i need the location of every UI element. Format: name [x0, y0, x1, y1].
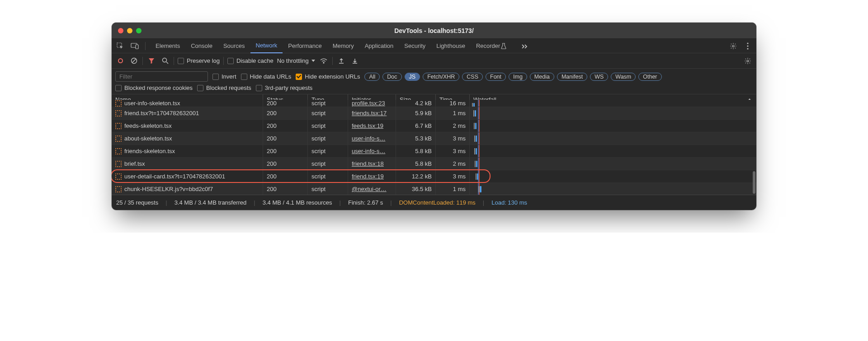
filter-bar: Invert Hide data URLs Hide extension URL… — [112, 69, 756, 94]
tab-elements[interactable]: Elements — [150, 39, 185, 53]
filter-pill-wasm[interactable]: Wasm — [611, 73, 636, 81]
table-row[interactable]: friend.tsx?t=1704782632001200scriptfrien… — [112, 107, 756, 120]
filter-pill-manifest[interactable]: Manifest — [557, 73, 587, 81]
search-icon[interactable] — [160, 56, 170, 66]
cell-type: script — [308, 170, 348, 182]
summary-resources: 3.4 MB / 4.1 MB resources — [263, 199, 332, 206]
hide-data-urls-label: Hide data URLs — [250, 73, 292, 80]
tab-network[interactable]: Network — [250, 39, 283, 53]
filter-pill-font[interactable]: Font — [486, 73, 506, 81]
table-row[interactable]: user-detail-card.tsx?t=1704782632001200s… — [112, 170, 756, 183]
cell-initiator[interactable]: user-info-s… — [352, 135, 385, 142]
summary-dcl: DOMContentLoaded: 119 ms — [399, 199, 476, 206]
filter-input[interactable] — [115, 71, 208, 82]
table-row[interactable]: about-skeleton.tsx200scriptuser-info-s…5… — [112, 132, 756, 145]
network-toolbar: Preserve log Disable cache No throttling — [112, 53, 756, 69]
filter-pill-img[interactable]: Img — [509, 73, 527, 81]
cell-waterfall — [470, 120, 756, 132]
filter-pill-ws[interactable]: WS — [590, 73, 608, 81]
devtools-window: DevTools - localhost:5173/ ElementsConso… — [112, 23, 756, 210]
zoom-icon[interactable] — [136, 28, 142, 33]
table-row[interactable]: chunk-HSESELKR.js?v=bbd2c0f7200script@ne… — [112, 183, 756, 195]
tab-memory[interactable]: Memory — [327, 39, 359, 53]
blocked-response-cookies-checkbox[interactable]: Blocked response cookies — [115, 84, 193, 91]
script-icon — [115, 161, 122, 167]
cell-type: script — [308, 100, 348, 107]
tab-performance[interactable]: Performance — [283, 39, 327, 53]
close-icon[interactable] — [118, 28, 123, 33]
clear-icon[interactable] — [129, 56, 139, 66]
summary-transferred: 3.4 MB / 3.4 MB transferred — [175, 199, 247, 206]
blocked-response-label: Blocked response cookies — [124, 84, 193, 91]
throttling-label: No throttling — [277, 57, 309, 64]
tab-lighthouse[interactable]: Lighthouse — [431, 39, 471, 53]
wifi-icon[interactable] — [319, 56, 329, 66]
tab-sources[interactable]: Sources — [218, 39, 250, 53]
cell-time: 2 ms — [436, 120, 470, 132]
cell-initiator[interactable]: @nextui-or… — [352, 186, 387, 192]
filter-icon[interactable] — [146, 56, 156, 66]
type-filter-pills: AllDocJSFetch/XHRCSSFontImgMediaManifest… — [364, 73, 661, 81]
preserve-log-checkbox[interactable]: Preserve log — [178, 57, 220, 64]
table-row[interactable]: feeds-skeleton.tsx200scriptfeeds.tsx:196… — [112, 120, 756, 132]
window-title: DevTools - localhost:5173/ — [394, 27, 474, 34]
table-row[interactable]: user-info-skeleton.tsx200scriptprofile.t… — [112, 100, 756, 107]
cell-initiator[interactable]: profile.tsx:23 — [352, 100, 385, 107]
disable-cache-label: Disable cache — [236, 57, 274, 64]
summary-requests: 25 / 35 requests — [116, 199, 158, 206]
gear-icon[interactable] — [743, 56, 753, 66]
hide-extension-urls-checkbox[interactable]: Hide extension URLs — [296, 73, 360, 80]
kebab-icon[interactable] — [742, 40, 754, 52]
separator-icon — [174, 57, 174, 65]
throttling-select[interactable]: No throttling — [277, 57, 315, 64]
tab-recorder[interactable]: Recorder — [471, 39, 512, 53]
overflow-icon[interactable] — [519, 40, 531, 52]
hide-data-urls-checkbox[interactable]: Hide data URLs — [241, 73, 292, 80]
svg-point-8 — [162, 58, 166, 62]
script-icon — [115, 123, 122, 129]
gear-icon[interactable] — [727, 40, 739, 52]
table-row[interactable]: brief.tsx200scriptfriend.tsx:185.8 kB2 m… — [112, 158, 756, 170]
filter-pill-js[interactable]: JS — [405, 73, 420, 81]
filter-pill-doc[interactable]: Doc — [382, 73, 401, 81]
cell-initiator[interactable]: friends.tsx:17 — [352, 110, 387, 117]
cell-size: 4.2 kB — [396, 100, 436, 107]
tab-console[interactable]: Console — [185, 39, 218, 53]
cell-name: friend.tsx?t=1704782632001 — [124, 110, 199, 117]
devtools-tabs: ElementsConsoleSourcesNetworkPerformance… — [112, 39, 756, 53]
cell-waterfall — [470, 145, 756, 157]
filter-pill-fetch-xhr[interactable]: Fetch/XHR — [423, 73, 459, 81]
svg-rect-2 — [136, 45, 138, 49]
filter-pill-other[interactable]: Other — [638, 73, 661, 81]
cell-initiator[interactable]: friend.tsx:18 — [352, 160, 384, 167]
cell-initiator[interactable]: user-info-s… — [352, 148, 385, 154]
upload-icon[interactable] — [336, 56, 346, 66]
filter-pill-css[interactable]: CSS — [462, 73, 483, 81]
cell-size: 5.3 kB — [396, 132, 436, 145]
invert-checkbox[interactable]: Invert — [212, 73, 236, 80]
tab-security[interactable]: Security — [399, 39, 431, 53]
table-row[interactable]: friends-skeleton.tsx200scriptuser-info-s… — [112, 145, 756, 158]
invert-label: Invert — [222, 73, 236, 80]
tab-application[interactable]: Application — [359, 39, 399, 53]
cell-size: 36.5 kB — [396, 183, 436, 195]
cell-name: friends-skeleton.tsx — [124, 148, 175, 154]
disable-cache-checkbox[interactable]: Disable cache — [227, 57, 274, 64]
cell-size: 5.8 kB — [396, 145, 436, 157]
scrollbar-thumb[interactable] — [753, 171, 755, 194]
inspect-icon[interactable] — [114, 40, 126, 52]
download-icon[interactable] — [350, 56, 360, 66]
filter-pill-media[interactable]: Media — [530, 73, 554, 81]
blocked-requests-checkbox[interactable]: Blocked requests — [197, 84, 251, 91]
third-party-requests-checkbox[interactable]: 3rd-party requests — [256, 84, 313, 91]
cell-time: 1 ms — [436, 107, 470, 119]
record-icon[interactable] — [115, 56, 125, 66]
minimize-icon[interactable] — [127, 28, 132, 33]
filter-pill-all[interactable]: All — [364, 73, 380, 81]
svg-point-6 — [747, 48, 748, 49]
device-toggle-icon[interactable] — [129, 40, 141, 52]
cell-initiator[interactable]: friend.tsx:19 — [352, 173, 384, 180]
cell-initiator[interactable]: feeds.tsx:19 — [352, 122, 383, 129]
cell-size: 5.8 kB — [396, 158, 436, 170]
separator-icon — [332, 57, 333, 65]
